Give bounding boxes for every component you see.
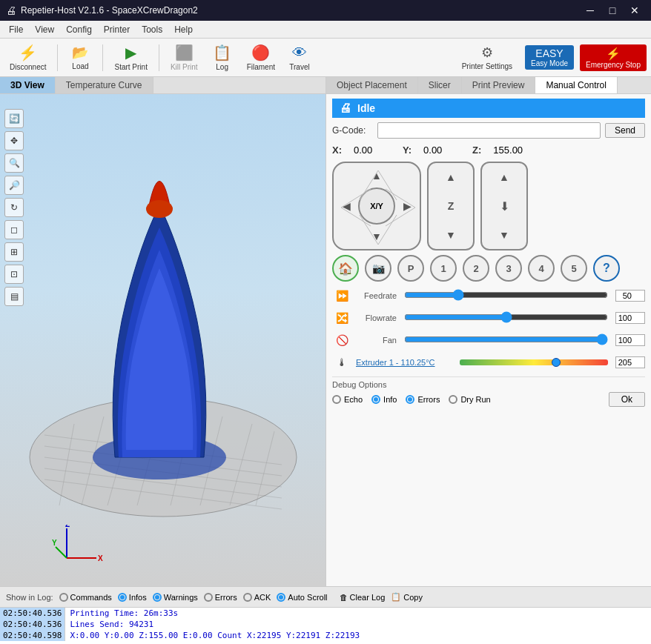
extruder-temp-label[interactable]: Extruder 1 - 110.25°C — [356, 358, 452, 367]
home-button[interactable]: 🏠 — [332, 255, 359, 282]
log-infos[interactable]: Infos — [118, 593, 147, 602]
z-down-button[interactable]: ▼ — [441, 225, 460, 245]
y-value: 0.00 — [423, 145, 460, 156]
menu-tools[interactable]: Tools — [136, 23, 168, 36]
clear-log-button[interactable]: 🗑 Clear Log — [340, 593, 386, 602]
warnings-radio[interactable] — [153, 593, 162, 602]
errors-log-radio[interactable] — [204, 593, 213, 602]
menu-config[interactable]: Config — [60, 23, 98, 36]
menu-view[interactable]: View — [29, 23, 60, 36]
debug-errors[interactable]: Errors — [406, 395, 440, 404]
log-ack[interactable]: ACK — [243, 593, 271, 602]
emergency-stop-button[interactable]: ⚡ Emergency Stop — [580, 44, 647, 71]
load-button[interactable]: 📂 Load — [64, 42, 96, 73]
z-up-button[interactable]: ▲ — [441, 167, 460, 187]
debug-info[interactable]: Info — [371, 395, 397, 404]
extruder-down-button[interactable]: ▼ — [495, 225, 514, 245]
xy-up-button[interactable]: ▲ — [367, 166, 386, 185]
printer-settings-button[interactable]: ⚙ Printer Settings — [455, 42, 519, 73]
log-button[interactable]: 📋 Log — [206, 42, 239, 73]
button-2[interactable]: 2 — [463, 255, 489, 282]
filament-button[interactable]: 🔴 Filament — [242, 42, 280, 73]
ack-radio[interactable] — [243, 593, 252, 602]
extruder-temp-icon: 🌡 — [332, 353, 351, 372]
3d-view-canvas[interactable]: 🔄 ✥ 🔍 🔎 ↻ ◻ ⊞ ⊡ ▤ — [0, 94, 326, 586]
feedrate-slider[interactable] — [404, 289, 608, 301]
z-label: Z: — [472, 145, 481, 156]
maximize-button[interactable]: □ — [602, 0, 623, 21]
tab-object-placement[interactable]: Object Placement — [326, 77, 418, 93]
send-button[interactable]: Send — [605, 123, 645, 138]
menu-help[interactable]: Help — [168, 23, 199, 36]
button-1[interactable]: 1 — [430, 255, 457, 282]
button-4[interactable]: 4 — [528, 255, 555, 282]
button-3[interactable]: 3 — [495, 255, 522, 282]
copy-log-button[interactable]: 📋 Copy — [391, 592, 423, 602]
extruder-control: ▲ ⬇ ▼ — [480, 162, 528, 250]
extruder-temp-value-input[interactable] — [615, 356, 645, 368]
disconnect-button[interactable]: ⚡ Disconnect — [4, 42, 51, 73]
feedrate-value-box — [615, 290, 645, 302]
app-icon: 🖨 — [6, 4, 16, 16]
tab-3d-view[interactable]: 3D View — [0, 77, 56, 93]
debug-echo[interactable]: Echo — [332, 395, 363, 404]
titlebar-controls: ─ □ ✕ — [580, 0, 645, 21]
manual-control-panel: 🖨 Idle G-Code: Send X: 0.00 Y: 0.00 Z: 1… — [326, 94, 651, 411]
gcode-input[interactable] — [377, 122, 601, 139]
tab-manual-control[interactable]: Manual Control — [535, 77, 617, 93]
log-errors[interactable]: Errors — [204, 593, 237, 602]
menu-file[interactable]: File — [3, 23, 29, 36]
auto-scroll-radio[interactable] — [277, 593, 285, 602]
travel-icon: 👁 — [292, 44, 307, 62]
infos-radio[interactable] — [118, 593, 127, 602]
tab-slicer[interactable]: Slicer — [418, 77, 462, 93]
feedrate-label: Feedrate — [356, 291, 397, 300]
p-button[interactable]: P — [397, 255, 424, 282]
feedrate-value-input[interactable] — [615, 290, 645, 302]
sliders-section: ⏩ Feedrate 🔀 Flowrate — [332, 286, 645, 372]
extruder-up-button[interactable]: ▲ — [495, 167, 514, 187]
z-control: ▲ Z ▼ — [427, 162, 475, 250]
echo-radio[interactable] — [332, 395, 341, 404]
flowrate-value-input[interactable] — [615, 312, 645, 324]
tab-print-preview[interactable]: Print Preview — [462, 77, 536, 93]
kill-print-button[interactable]: ⬛ Kill Print — [165, 42, 203, 73]
flowrate-icon: 🔀 — [332, 308, 351, 328]
flowrate-slider[interactable] — [404, 311, 608, 323]
toolbar-right: ⚙ Printer Settings EASY Easy Mode ⚡ Emer… — [455, 42, 647, 73]
minimize-button[interactable]: ─ — [580, 0, 601, 21]
easy-mode-button[interactable]: EASY Easy Mode — [525, 45, 574, 70]
disconnect-icon: ⚡ — [19, 44, 37, 62]
camera-button[interactable]: 📷 — [365, 255, 391, 282]
log-commands[interactable]: Commands — [59, 593, 112, 602]
ok-button[interactable]: Ok — [609, 392, 645, 407]
extruder-temp-row: 🌡 Extruder 1 - 110.25°C — [332, 353, 645, 372]
tab-temperature-curve[interactable]: Temperature Curve — [56, 77, 153, 93]
log-auto-scroll[interactable]: Auto Scroll — [277, 593, 327, 602]
travel-button[interactable]: 👁 Travel — [283, 42, 316, 73]
button-5[interactable]: 5 — [561, 255, 587, 282]
fan-icon: 🚫 — [332, 331, 351, 350]
log-time-3: 02:50:40.598 — [0, 630, 65, 641]
status-text: Idle — [357, 102, 375, 114]
right-tab-bar: Object Placement Slicer Print Preview Ma… — [326, 77, 651, 94]
errors-radio[interactable] — [406, 395, 414, 404]
debug-dry-run[interactable]: Dry Run — [449, 395, 490, 404]
menu-printer[interactable]: Printer — [98, 23, 136, 36]
close-button[interactable]: ✕ — [624, 0, 645, 21]
info-radio[interactable] — [371, 395, 380, 404]
log-warnings[interactable]: Warnings — [153, 593, 198, 602]
gcode-row: G-Code: Send — [332, 122, 645, 139]
help-button[interactable]: ? — [593, 255, 620, 282]
xy-right-button[interactable]: ▶ — [397, 196, 417, 216]
titlebar: 🖨 Repetier-Host V2.1.6 - SpaceXCrewDrago… — [0, 0, 651, 21]
fan-slider[interactable] — [404, 333, 608, 345]
commands-radio[interactable] — [59, 593, 68, 602]
dry-run-radio[interactable] — [449, 395, 457, 404]
start-print-button[interactable]: ▶ Start Print — [109, 42, 152, 73]
xy-left-button[interactable]: ◀ — [337, 196, 356, 216]
log-entries[interactable]: 02:50:40.536 Printing Time: 26m:33s 02:5… — [0, 607, 651, 644]
fan-value-input[interactable] — [615, 334, 645, 346]
xy-down-button[interactable]: ▼ — [367, 227, 386, 246]
z-axis-label: Z — [448, 200, 455, 212]
